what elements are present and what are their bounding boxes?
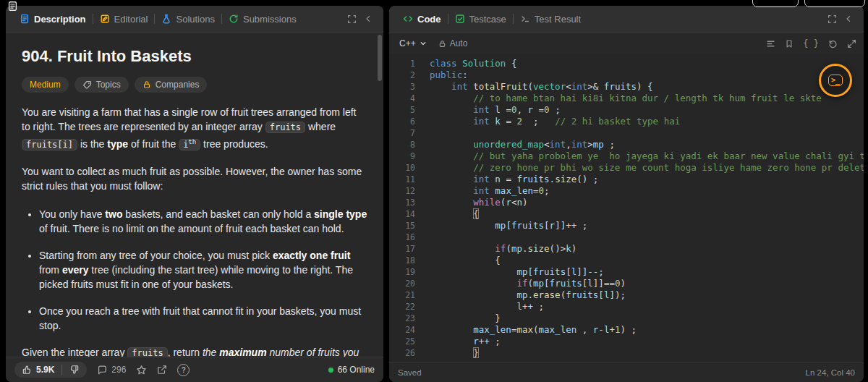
code-line[interactable]: 4 // to hame btan hai ki8i kitna dur / l… xyxy=(389,93,864,104)
line-number: 18 xyxy=(389,255,415,266)
companies-badge[interactable]: Companies xyxy=(135,77,208,93)
code-line[interactable]: 12 int max_len=0; xyxy=(389,185,864,197)
tab-editorial[interactable]: Editorial xyxy=(93,14,155,25)
online-indicator: 66 Online xyxy=(328,365,375,375)
share-button[interactable] xyxy=(157,365,167,375)
like-button[interactable]: 5.9K xyxy=(14,362,61,378)
tag-icon xyxy=(82,80,92,90)
line-number: 7 xyxy=(389,127,415,139)
tab-label: Test Result xyxy=(535,14,581,25)
line-number: 22 xyxy=(389,301,415,313)
line-number: 10 xyxy=(389,162,415,174)
line-number: 19 xyxy=(389,266,415,278)
reset-code-icon[interactable] xyxy=(828,39,838,48)
code-line[interactable]: 23 } xyxy=(389,313,864,324)
code-editor[interactable]: 1class Solution {2public:3 int totalFrui… xyxy=(389,54,864,363)
line-number: 4 xyxy=(389,93,415,104)
question-icon: ? xyxy=(177,364,190,376)
save-status: Saved xyxy=(398,368,422,377)
vote-control: 5.9K xyxy=(14,362,87,378)
topbar-button[interactable] xyxy=(752,0,799,7)
difficulty-badge[interactable]: Medium xyxy=(22,77,69,93)
chevron-down-icon xyxy=(420,40,427,47)
code-line[interactable]: 22 l++ ; xyxy=(389,301,864,313)
code-line[interactable]: 16 xyxy=(389,232,864,243)
problem-footer: 5.9K 296 ? xyxy=(6,357,383,382)
expand-panel-icon[interactable] xyxy=(824,14,841,24)
topbar-button[interactable] xyxy=(804,0,865,7)
expand-panel-icon[interactable] xyxy=(344,14,360,24)
code-line[interactable]: 13 while(r<n) xyxy=(389,197,864,208)
code-line[interactable]: 20 if(mp[fruits[l]]==0) xyxy=(389,278,864,289)
code-line[interactable]: 26 } xyxy=(389,347,864,359)
format-code-icon[interactable] xyxy=(766,39,775,48)
bookmark-icon[interactable] xyxy=(785,39,793,48)
tab-test-result[interactable]: Test Result xyxy=(514,14,587,25)
favorite-button[interactable] xyxy=(136,365,147,375)
fullscreen-icon[interactable] xyxy=(847,39,856,48)
notes-icon[interactable] xyxy=(7,1,18,12)
help-button[interactable]: ? xyxy=(177,364,190,376)
rule-item: Once you reach a tree with fruit that ca… xyxy=(39,304,367,333)
code-line[interactable]: 2public: xyxy=(389,69,864,81)
code-line[interactable]: 5 int l =0, r =0 ; xyxy=(389,104,864,116)
code-line[interactable]: 14 { xyxy=(389,208,864,220)
scrollbar-thumb[interactable] xyxy=(378,35,382,81)
tab-testcase[interactable]: Testcase xyxy=(448,14,513,25)
cursor-position: Ln 24, Col 40 xyxy=(806,368,855,377)
line-number: 17 xyxy=(389,243,415,255)
online-count: 66 Online xyxy=(338,365,375,375)
collapse-panel-icon[interactable] xyxy=(841,14,856,23)
line-number: 13 xyxy=(389,197,415,208)
code-line[interactable]: 11 int n = fruits.size() ; xyxy=(389,174,864,185)
code-line[interactable]: 1class Solution { xyxy=(389,58,864,69)
code-line[interactable]: 7 xyxy=(389,127,864,139)
code-line[interactable]: 25 r++ ; xyxy=(389,336,864,347)
line-number: 8 xyxy=(389,139,415,150)
editorial-icon xyxy=(100,14,110,24)
code-line[interactable]: 8 unordered_map<int,int>mp ; xyxy=(389,139,864,150)
lock-icon xyxy=(438,40,446,48)
testcase-icon xyxy=(455,14,465,24)
line-number: 5 xyxy=(389,104,415,116)
star-icon xyxy=(136,365,147,375)
code-line[interactable]: 24 max_len=max(max_len , r-l+1) ; xyxy=(389,324,864,336)
problem-content: 904. Fruit Into Baskets Medium Topics Co… xyxy=(6,33,383,382)
line-number: 9 xyxy=(389,150,415,162)
code-line[interactable]: 17 if(mp.size()>k) xyxy=(389,243,864,255)
problem-paragraph: You are visiting a farm that has a singl… xyxy=(22,105,367,152)
tab-code[interactable]: Code xyxy=(396,14,448,25)
code-line[interactable]: 19 mp[fruits[l]]--; xyxy=(389,266,864,278)
code-line[interactable]: 9 // but yaha probolem ye ho jayega ki y… xyxy=(389,150,864,162)
comments-button[interactable]: 296 xyxy=(97,365,126,375)
dislike-button[interactable] xyxy=(62,362,87,378)
problem-paragraph: You want to collect as much fruit as pos… xyxy=(22,164,367,193)
auto-toggle[interactable]: Auto xyxy=(438,38,468,48)
code-line[interactable]: 21 mp.erase(fruits[l]); xyxy=(389,289,864,301)
thumbs-up-icon xyxy=(22,365,32,375)
braces-icon[interactable]: { } xyxy=(803,39,819,48)
code-line[interactable]: 6 int k = 2 ; // 2 hi basket type hai xyxy=(389,116,864,127)
tab-label: Submissions xyxy=(243,14,297,25)
tab-submissions[interactable]: Submissions xyxy=(222,14,303,25)
companies-label: Companies xyxy=(156,80,200,90)
line-number: 26 xyxy=(389,347,415,359)
solutions-icon xyxy=(161,14,171,24)
streak-badge[interactable]: >_ xyxy=(819,64,852,97)
code-line[interactable]: 3 int totalFruit(vector<int>& fruits) { xyxy=(389,81,864,93)
topics-badge[interactable]: Topics xyxy=(75,77,129,93)
collapse-panel-icon[interactable] xyxy=(360,14,376,23)
tab-solutions[interactable]: Solutions xyxy=(155,14,221,25)
code-line[interactable]: 15 mp[fruits[r]]++ ; xyxy=(389,220,864,232)
tab-label: Editorial xyxy=(114,14,148,25)
line-number: 11 xyxy=(389,174,415,185)
line-number: 16 xyxy=(389,232,415,243)
language-selector[interactable]: C++ xyxy=(396,37,430,50)
code-line[interactable]: 10 // zero hone pr bhi wo size me count … xyxy=(389,162,864,174)
line-number: 23 xyxy=(389,313,415,324)
rule-item: Starting from any tree of your choice, y… xyxy=(39,248,367,292)
rule-item: You only have two baskets, and each bask… xyxy=(39,207,367,236)
code-line[interactable]: 18 { xyxy=(389,255,864,266)
tab-description[interactable]: Description xyxy=(13,14,93,25)
right-tabbar: Code Testcase Test Result xyxy=(389,6,864,33)
